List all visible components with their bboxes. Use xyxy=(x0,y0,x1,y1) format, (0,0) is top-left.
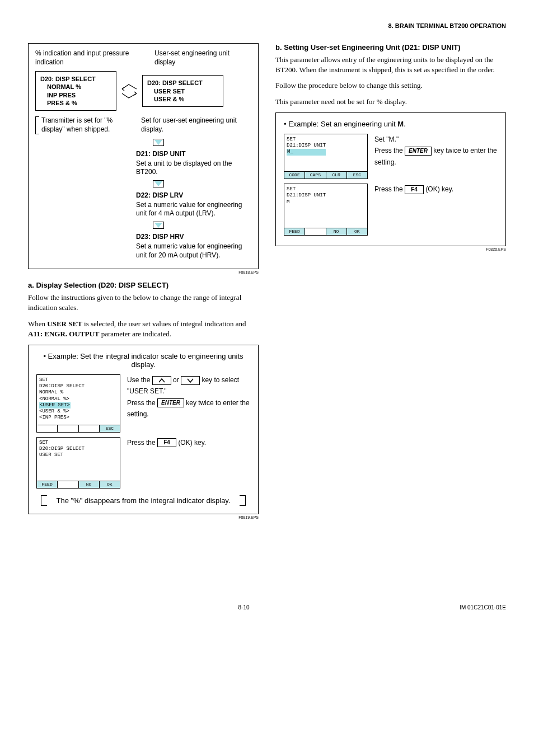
example-b-desc1: Set "M." Press the ENTER key twice to en… xyxy=(374,134,498,179)
down-arrow-icon xyxy=(153,180,164,187)
bt-panel-a1: SET D20:DISP SELECT NORMAL % <NORMAL %> … xyxy=(36,374,120,433)
example-a-title: • Example: Set the integral indicator sc… xyxy=(36,352,250,369)
section-b-para3: This parameter need not be set for % dis… xyxy=(275,97,506,107)
f4-key: F4 xyxy=(157,438,176,447)
up-key-icon xyxy=(152,376,171,385)
bt-panel-b1: SET D21:DISP UNIT M_ CODE CAPS CLR ESC xyxy=(284,134,368,179)
page-footer: 8-10 IM 01C21C01-01E xyxy=(28,604,506,611)
eps-label: F0820.EPS xyxy=(275,247,506,251)
enter-key: ENTER xyxy=(157,398,184,407)
diag-label-right: User-set engineering unit display xyxy=(154,49,251,67)
f4-key: F4 xyxy=(405,185,424,194)
shipped-note: Transmitter is set for "% display" when … xyxy=(35,116,116,134)
step-d23-title: D23: DISP HRV xyxy=(136,233,251,241)
doc-id: IM 01C21C01-01E xyxy=(460,604,506,611)
step-d22-desc: Set a numeric value for engineering unit… xyxy=(136,201,251,218)
diag-label-left: % indication and input pressure indicati… xyxy=(35,49,132,67)
example-a-box: • Example: Set the integral indicator sc… xyxy=(28,345,259,514)
step-d23-desc: Set a numeric value for engineering unit… xyxy=(136,242,251,260)
flow-diagram: % indication and input pressure indicati… xyxy=(28,43,259,269)
section-b-heading: b. Setting User-set Engineering Unit (D2… xyxy=(275,43,506,51)
bt-panel-a2: SET D20:DISP SELECT USER SET FEED NO OK xyxy=(36,437,120,489)
section-b-para1: This parameter allows entry of the engin… xyxy=(275,55,506,75)
screen-d20-left: D20: DISP SELECT NORMAL % INP PRES PRES … xyxy=(35,71,116,111)
section-a-heading: a. Display Selection (D20: DISP SELECT) xyxy=(28,281,259,289)
eps-label: F0818.EPS xyxy=(28,270,259,274)
enter-key: ENTER xyxy=(405,147,432,156)
section-b-para2: Follow the procedure below to change thi… xyxy=(275,81,506,91)
step-d22-title: D22: DISP LRV xyxy=(136,191,251,199)
screen-d20-right: D20: DISP SELECT USER SET USER & % xyxy=(142,75,223,107)
down-arrow-icon xyxy=(153,139,164,146)
example-b-desc2: Press the F4 (OK) key. xyxy=(374,184,498,236)
left-column: % indication and input pressure indicati… xyxy=(28,43,259,526)
down-arrow-icon xyxy=(153,222,164,229)
example-b-title: • Example: Set an engineering unit M. xyxy=(284,120,498,128)
step-d21-desc: Set a unit to be displayed on the BT200. xyxy=(136,159,251,177)
example-a-footnote: The "%" disappears from the integral ind… xyxy=(36,493,250,508)
page-number: 8-10 xyxy=(238,604,250,611)
section-a-para2: When USER SET is selected, the user set … xyxy=(28,319,259,339)
down-key-icon xyxy=(181,376,200,385)
example-b-box: • Example: Set an engineering unit M. SE… xyxy=(275,112,506,246)
bt-panel-b2: SET D21:DISP UNIT M FEED NO OK xyxy=(284,184,368,236)
userset-note: Set for user-set engineering unit displa… xyxy=(141,116,251,134)
eps-label: F0819.EPS xyxy=(28,515,259,519)
section-a-para1: Follow the instructions given to the bel… xyxy=(28,293,259,313)
example-a-desc2: Press the F4 (OK) key. xyxy=(127,437,250,489)
right-column: b. Setting User-set Engineering Unit (D2… xyxy=(275,43,506,526)
bidirectional-arrow-icon xyxy=(121,83,138,99)
chapter-header: 8. BRAIN TERMINAL BT200 OPERATION xyxy=(28,22,506,29)
step-d21-title: D21: DISP UNIT xyxy=(136,150,251,158)
example-a-desc1: Use the or key to select "USER SET." Pre… xyxy=(127,374,250,433)
